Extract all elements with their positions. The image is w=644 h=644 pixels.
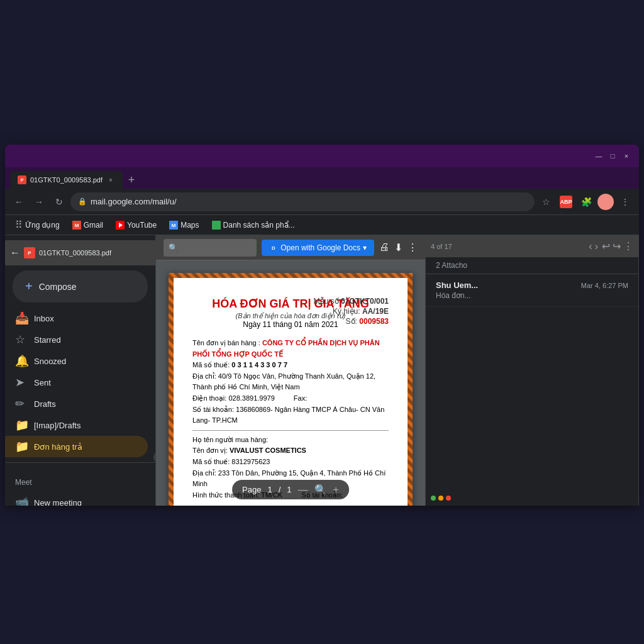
mau-so-value: 01GTKT0/001: [341, 297, 389, 306]
current-page: 1: [267, 485, 272, 494]
browser-window: — □ × P 01GTKT0_0009583.pdf × + ← → ↻ 🔒 …: [5, 145, 639, 506]
more-button[interactable]: ⋮: [623, 240, 633, 252]
maps-icon: M: [169, 221, 178, 230]
danh-sach-icon: [212, 221, 221, 230]
sidebar-item-inbox[interactable]: 📥 Inbox: [5, 308, 148, 329]
extensions-button[interactable]: ABP: [557, 193, 575, 211]
back-button[interactable]: ←: [10, 193, 28, 211]
sidebar-item-imap-drafts[interactable]: 📁 [Imap]/Drafts: [5, 414, 148, 436]
seller-fax: Fax:: [294, 393, 307, 404]
page-separator: /: [279, 485, 281, 494]
so-value: 0009583: [359, 317, 389, 326]
invoice-header: HÓA ĐƠN GIÁ TRỊ GIA TĂNG (Bản thể hiện c…: [192, 297, 389, 333]
bookmark-youtube[interactable]: YouTube: [111, 218, 162, 232]
pdf-more-button[interactable]: ⋮: [408, 242, 418, 253]
ky-hieu-label: Ký hiệu:: [333, 307, 360, 316]
pdf-document-area: HÓA ĐƠN GIÁ TRỊ GIA TĂNG (Bản thể hiện c…: [156, 260, 425, 506]
email-list-panel: 4 of 17 ‹ › ↩ ↪ ⋮ 2 Attacho Shu Uem... M…: [425, 235, 639, 506]
seller-phone: Điện thoại: 028.3891.9979: [192, 393, 275, 404]
new-tab-button[interactable]: +: [123, 171, 140, 189]
new-meeting-icon: 📹: [15, 496, 28, 506]
puzzle-icon[interactable]: 🧩: [577, 193, 595, 211]
nav-buttons: ‹ ›: [589, 241, 598, 252]
pdf-pagination: Page 1 / 1 — 🔍 +: [232, 480, 349, 499]
invoice-meta: Mẫu số 01GTKT0/001 Ký hiệu: AA/19E Số: 0…: [314, 297, 389, 327]
profile-button[interactable]: [597, 194, 614, 210]
refresh-button[interactable]: ↻: [50, 193, 68, 211]
seller-fax-label: Fax:: [294, 394, 307, 402]
sidebar-item-drafts-label: Drafts: [34, 399, 56, 409]
tab-close-button[interactable]: ×: [106, 175, 115, 184]
bookmark-apps[interactable]: ⠿ Ứng dụng: [10, 216, 65, 233]
buyer-tax-value: 8312975623: [231, 458, 270, 465]
open-with-google-docs-button[interactable]: D Open with Google Docs ▾: [262, 240, 374, 256]
sidebar-item-starred-label: Starred: [34, 335, 61, 345]
bookmark-gmail[interactable]: M Gmail: [67, 218, 108, 232]
apps-icon: ⠿: [15, 219, 23, 231]
sidebar-item-sent[interactable]: ➤ Sent: [5, 372, 148, 393]
tab-favicon: P: [18, 175, 26, 184]
seller-tax-value: 0 3 1 1 4 3 3 0 7 7: [231, 361, 287, 369]
sidebar-item-inbox-label: Inbox: [34, 314, 54, 323]
bookmark-danh-sach[interactable]: Danh sách sản phẩ...: [207, 218, 300, 232]
sidebar-item-snoozed[interactable]: 🔔 Snoozed: [5, 350, 148, 372]
prev-email-button[interactable]: ‹: [589, 241, 592, 252]
next-email-button[interactable]: ›: [595, 241, 598, 252]
sidebar-item-sent-label: Sent: [34, 378, 51, 387]
address-bar[interactable]: 🔒 mail.google.com/mail/u/: [70, 192, 535, 211]
maximize-button[interactable]: □: [608, 151, 618, 161]
zoom-out-button[interactable]: —: [298, 484, 308, 496]
forward-button[interactable]: ↪: [613, 240, 621, 252]
pdf-viewer-toolbar: 🔍 D Open with Google Docs ▾ 🖨 ⬇ ⋮: [156, 235, 425, 260]
compose-plus-icon: +: [25, 279, 33, 294]
buyer-tax-label: Mã số thuế:: [192, 458, 230, 465]
pdf-search-placeholder: 🔍: [169, 243, 178, 252]
pdf-filename-label: 01GTKT0_0009583.pdf: [39, 249, 150, 257]
sidebar-item-starred[interactable]: ☆ Starred: [5, 329, 148, 350]
divider-1: [192, 430, 389, 431]
email-subject: Hóa đơn...: [436, 291, 628, 300]
bookmark-maps[interactable]: M Maps: [164, 218, 204, 232]
pdf-download-button[interactable]: ⬇: [394, 242, 402, 253]
pdf-back-button[interactable]: ←: [10, 247, 20, 258]
email-item[interactable]: Shu Uem... Mar 4, 6:27 PM Hóa đơn...: [426, 274, 638, 307]
seller-phone-row: Điện thoại: 028.3891.9979 Fax:: [192, 393, 389, 404]
starred-icon: ☆: [15, 333, 28, 347]
seller-tax-label: Mã số thuế:: [192, 361, 230, 369]
sidebar-item-don-hang-tra[interactable]: 📁 Đơn hàng trả: [5, 436, 148, 457]
gmail-left-panel: ← P 01GTKT0_0009583.pdf + Compose 📥 Inbo…: [5, 235, 156, 506]
seller-bank-label: Số tài khoản:: [192, 406, 234, 413]
tab-bar: P 01GTKT0_0009583.pdf × +: [5, 167, 639, 189]
don-hang-tra-icon: 📁: [15, 440, 28, 453]
email-panel-toolbar: 4 of 17 ‹ › ↩ ↪ ⋮: [426, 235, 638, 257]
meta-mau-so: Mẫu số 01GTKT0/001: [314, 297, 389, 306]
forward-button[interactable]: →: [30, 193, 48, 211]
active-tab[interactable]: P 01GTKT0_0009583.pdf ×: [10, 171, 123, 189]
pdf-search-bar[interactable]: 🔍: [164, 239, 257, 257]
sent-icon: ➤: [15, 375, 28, 389]
sidebar-item-drafts[interactable]: ✏ Drafts: [5, 393, 148, 414]
meet-section-title: Meet: [5, 473, 155, 492]
close-button[interactable]: ×: [621, 151, 631, 161]
menu-button[interactable]: ⋮: [616, 193, 634, 211]
seller-info: Tên đơn vị bán hàng : CÔNG TY CỔ PHẦN DỊ…: [192, 338, 389, 426]
minimize-button[interactable]: —: [594, 151, 604, 161]
zoom-in-button[interactable]: +: [333, 484, 339, 496]
pdf-print-button[interactable]: 🖨: [379, 242, 389, 253]
url-text: mail.google.com/mail/u/: [91, 197, 527, 206]
ky-hieu-value: AA/19E: [362, 307, 389, 316]
title-bar: — □ ×: [5, 145, 639, 167]
seller-name-row: Tên đơn vị bán hàng : CÔNG TY CỔ PHẦN DỊ…: [192, 338, 389, 360]
compose-button[interactable]: + Compose: [13, 270, 148, 303]
open-docs-label: Open with Google Docs: [280, 243, 360, 252]
new-meeting-button[interactable]: 📹 New meeting: [5, 492, 148, 506]
seller-phone-label: Điện thoại:: [192, 394, 226, 402]
zoom-icon[interactable]: 🔍: [314, 484, 327, 496]
total-pages: 1: [287, 485, 291, 494]
buyer-company-value: VIVALUST COSMETICS: [230, 447, 306, 454]
bookmark-star-button[interactable]: ☆: [537, 193, 555, 211]
seller-address-label: Địa chỉ:: [192, 372, 216, 380]
bookmark-apps-label: Ứng dụng: [25, 221, 60, 230]
reply-button[interactable]: ↩: [602, 240, 610, 252]
svg-text:D: D: [272, 245, 275, 251]
